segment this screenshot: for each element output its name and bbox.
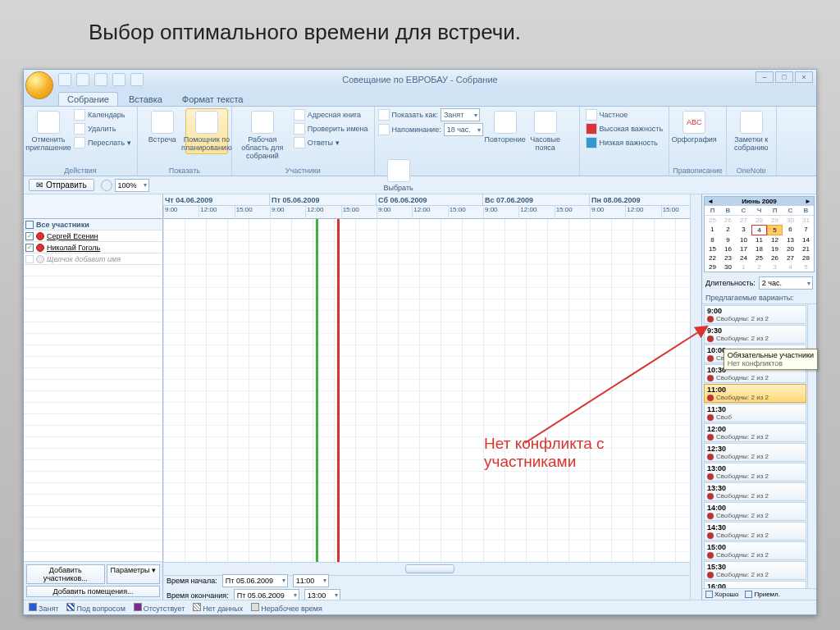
duration-combo[interactable]: 2 час. bbox=[759, 276, 813, 290]
suggestion-item[interactable]: 9:30Свободны: 2 из 2 bbox=[704, 325, 806, 344]
end-date-combo[interactable]: Пт 05.06.2009 bbox=[234, 589, 299, 600]
suggestion-item[interactable]: 14:00Свободны: 2 из 2 bbox=[704, 502, 806, 521]
add-attendee-hint[interactable]: Щелчок добавит имя bbox=[24, 253, 162, 265]
calendar-day[interactable]: 28 bbox=[751, 216, 767, 225]
suggestion-item[interactable]: 15:00Свободны: 2 из 2 bbox=[704, 541, 806, 560]
suggestion-item[interactable]: 13:00Свободны: 2 из 2 bbox=[704, 463, 806, 482]
calendar-day[interactable]: 18 bbox=[751, 244, 767, 253]
good-checkbox[interactable]: Хорошо bbox=[705, 591, 738, 598]
office-button[interactable] bbox=[25, 71, 53, 99]
calendar-day[interactable]: 10 bbox=[736, 235, 751, 244]
undo-icon[interactable] bbox=[76, 73, 89, 86]
calendar-day[interactable]: 30 bbox=[783, 216, 798, 225]
meeting-start-bar[interactable] bbox=[316, 219, 318, 562]
calendar-day[interactable]: 2 bbox=[751, 262, 767, 272]
calendar-day[interactable]: 31 bbox=[798, 216, 814, 225]
end-time-combo[interactable]: 13:00 bbox=[304, 589, 340, 600]
calendar-day[interactable]: 25 bbox=[705, 216, 720, 225]
calendar-day[interactable]: 14 bbox=[798, 235, 814, 244]
calendar-day[interactable]: 6 bbox=[783, 225, 798, 235]
timezones-button[interactable]: Часовые пояса bbox=[527, 108, 564, 154]
calendar-day[interactable]: 5 bbox=[798, 262, 814, 272]
meeting-button[interactable]: Встреча bbox=[141, 108, 184, 146]
calendar-day[interactable]: 8 bbox=[705, 235, 720, 244]
recurrence-button[interactable]: Повторение bbox=[486, 108, 525, 146]
calendar-day[interactable]: 20 bbox=[783, 244, 798, 253]
calendar-day[interactable]: 24 bbox=[736, 253, 751, 262]
prev-month-icon[interactable]: ◄ bbox=[707, 198, 714, 205]
calendar-day[interactable]: 30 bbox=[720, 262, 736, 272]
calendar-day[interactable]: 1 bbox=[705, 225, 720, 235]
reminder-combo[interactable]: 18 час. bbox=[444, 123, 483, 136]
calendar-day[interactable]: 22 bbox=[705, 253, 720, 262]
calendar-day[interactable]: 27 bbox=[736, 216, 751, 225]
meeting-end-bar[interactable] bbox=[337, 219, 340, 562]
calendar-day[interactable]: 4 bbox=[783, 262, 798, 272]
suggestion-item[interactable]: 9:00Свободны: 2 из 2 bbox=[704, 305, 806, 324]
redo-icon[interactable] bbox=[94, 73, 107, 86]
tab-insert[interactable]: Вставка bbox=[120, 92, 171, 106]
suggestion-item[interactable]: 15:30Свободны: 2 из 2 bbox=[704, 561, 806, 580]
cancel-invitation-button[interactable]: Отменить приглашение bbox=[27, 108, 70, 154]
calendar-day[interactable]: 29 bbox=[705, 262, 720, 272]
calendar-day[interactable]: 27 bbox=[783, 253, 798, 262]
calendar-day[interactable]: 5 bbox=[767, 225, 783, 235]
calendar-day[interactable]: 23 bbox=[720, 253, 736, 262]
send-button[interactable]: ✉Отправить bbox=[29, 179, 94, 191]
calendar-day[interactable]: 28 bbox=[798, 253, 814, 262]
calendar-day[interactable]: 26 bbox=[720, 216, 736, 225]
calendar-day[interactable]: 11 bbox=[751, 235, 767, 244]
calendar-day[interactable]: 12 bbox=[767, 235, 783, 244]
suggestion-item[interactable]: 13:30Свободны: 2 из 2 bbox=[704, 482, 806, 501]
tab-format[interactable]: Формат текста bbox=[173, 92, 253, 106]
close-button[interactable]: × bbox=[795, 71, 813, 83]
show-as-combo[interactable]: Занят bbox=[441, 108, 480, 121]
minimize-button[interactable]: – bbox=[756, 71, 774, 83]
calendar-day[interactable]: 3 bbox=[767, 262, 783, 272]
timeline-vscroll[interactable] bbox=[690, 194, 701, 600]
spelling-button[interactable]: ABCОрфография bbox=[673, 108, 715, 146]
prev-icon[interactable] bbox=[112, 73, 126, 86]
calendar-day[interactable]: 3 bbox=[736, 225, 751, 235]
attendee-row[interactable]: ✓Сергей Есенин bbox=[24, 231, 162, 242]
suggestion-item[interactable]: 11:00Свободны: 2 из 2 bbox=[704, 384, 806, 403]
calendar-day[interactable]: 19 bbox=[767, 244, 783, 253]
suggestion-item[interactable]: 11:30Своб bbox=[704, 404, 806, 422]
suggestion-item[interactable]: 14:30Свободны: 2 из 2 bbox=[704, 522, 806, 541]
maximize-button[interactable]: □ bbox=[775, 71, 793, 83]
tab-meeting[interactable]: Собрание bbox=[58, 92, 118, 106]
add-rooms-button[interactable]: Добавить помещения... bbox=[26, 586, 160, 597]
calendar-day[interactable]: 9 bbox=[720, 235, 736, 244]
responses-button[interactable]: Ответы ▾ bbox=[291, 136, 371, 149]
meeting-workspace-button[interactable]: Рабочая область для собраний bbox=[235, 108, 290, 162]
calendar-day[interactable]: 15 bbox=[705, 244, 720, 253]
calendar-day[interactable]: 4 bbox=[751, 225, 767, 235]
low-importance-button[interactable]: Низкая важность bbox=[583, 136, 666, 149]
attendee-row[interactable]: ✓Николай Гоголь bbox=[24, 242, 162, 253]
calendar-button[interactable]: Календарь bbox=[71, 108, 134, 121]
calendar-day[interactable]: 25 bbox=[751, 253, 767, 262]
checkbox-icon[interactable]: ✓ bbox=[25, 244, 34, 252]
suggestions-vscroll[interactable] bbox=[807, 304, 816, 588]
calendar-day[interactable]: 13 bbox=[783, 235, 798, 244]
options-button[interactable]: Параметры ▾ bbox=[107, 564, 161, 584]
add-attendees-button[interactable]: Добавить участников... bbox=[26, 564, 105, 584]
calendar-day[interactable]: 1 bbox=[736, 262, 751, 272]
start-time-combo[interactable]: 11:00 bbox=[293, 574, 329, 587]
calendar-day[interactable]: 7 bbox=[798, 225, 814, 235]
private-button[interactable]: Частное bbox=[583, 108, 666, 121]
month-calendar[interactable]: ◄Июнь 2009► ПВСЧПСВ252627282930311234567… bbox=[704, 196, 815, 272]
suggestion-item[interactable]: 12:00Свободны: 2 из 2 bbox=[704, 423, 806, 442]
calendar-day[interactable]: 21 bbox=[798, 244, 814, 253]
suggestion-item[interactable]: 12:30Свободны: 2 из 2 bbox=[704, 443, 806, 462]
suggestion-item[interactable]: 16:00Свободны: 2 из 2 bbox=[704, 581, 806, 588]
calendar-day[interactable]: 29 bbox=[767, 216, 783, 225]
onenote-button[interactable]: Заметки к собранию bbox=[730, 108, 773, 154]
checkbox-icon[interactable]: ✓ bbox=[25, 232, 34, 240]
scheduling-assistant-button[interactable]: Помощник по планированию bbox=[185, 108, 228, 154]
forward-button[interactable]: Переслать ▾ bbox=[71, 136, 134, 149]
calendar-day[interactable]: 26 bbox=[767, 253, 783, 262]
calendar-day[interactable]: 17 bbox=[736, 244, 751, 253]
zoom-control[interactable]: 100% bbox=[101, 179, 149, 192]
high-importance-button[interactable]: Высокая важность bbox=[583, 122, 666, 135]
